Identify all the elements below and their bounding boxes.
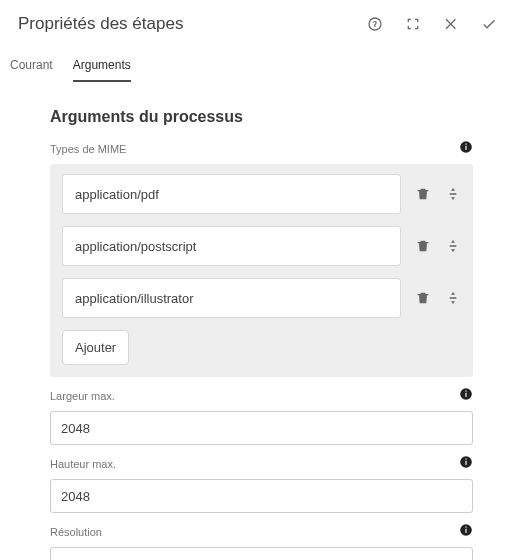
mime-row	[62, 174, 461, 214]
mime-input[interactable]	[62, 174, 401, 214]
svg-rect-10	[465, 529, 466, 533]
tab-arguments[interactable]: Arguments	[73, 54, 131, 82]
tabs: Courant Arguments	[0, 48, 513, 82]
info-icon[interactable]	[459, 140, 473, 158]
content: Arguments du processus Types de MIME	[0, 82, 513, 560]
resolution-label: Résolution	[50, 526, 459, 538]
tab-current[interactable]: Courant	[10, 54, 53, 82]
trash-icon[interactable]	[415, 238, 431, 254]
header-actions	[367, 16, 497, 32]
svg-rect-2	[465, 144, 466, 145]
max-width-input[interactable]	[50, 411, 473, 445]
resolution-label-row: Résolution	[50, 523, 473, 541]
mime-input[interactable]	[62, 226, 401, 266]
close-icon[interactable]	[443, 16, 459, 32]
trash-icon[interactable]	[415, 186, 431, 202]
info-icon[interactable]	[459, 523, 473, 541]
svg-rect-5	[465, 391, 466, 392]
max-height-label: Hauteur max.	[50, 458, 459, 470]
max-height-input[interactable]	[50, 479, 473, 513]
height-label-row: Hauteur max.	[50, 455, 473, 473]
reorder-icon[interactable]	[445, 290, 461, 306]
step-properties-panel: Propriétés des étapes Courant Arguments …	[0, 0, 513, 560]
resolution-input[interactable]	[50, 547, 473, 560]
mime-label-row: Types de MIME	[50, 140, 473, 158]
svg-rect-8	[465, 459, 466, 460]
reorder-icon[interactable]	[445, 186, 461, 202]
help-icon[interactable]	[367, 16, 383, 32]
info-icon[interactable]	[459, 387, 473, 405]
max-width-label: Largeur max.	[50, 390, 459, 402]
svg-rect-1	[465, 146, 466, 150]
svg-rect-4	[465, 393, 466, 397]
width-label-row: Largeur max.	[50, 387, 473, 405]
trash-icon[interactable]	[415, 290, 431, 306]
confirm-icon[interactable]	[481, 16, 497, 32]
mime-row	[62, 278, 461, 318]
svg-rect-11	[465, 527, 466, 528]
info-icon[interactable]	[459, 455, 473, 473]
reorder-icon[interactable]	[445, 238, 461, 254]
panel-title: Propriétés des étapes	[18, 14, 367, 34]
mime-row	[62, 226, 461, 266]
svg-rect-7	[465, 461, 466, 465]
header: Propriétés des étapes	[0, 0, 513, 48]
mime-input[interactable]	[62, 278, 401, 318]
mime-types-label: Types de MIME	[50, 143, 459, 155]
add-button[interactable]: Ajouter	[62, 330, 129, 365]
mime-types-group: Ajouter	[50, 164, 473, 377]
fullscreen-icon[interactable]	[405, 16, 421, 32]
section-title: Arguments du processus	[50, 108, 473, 126]
